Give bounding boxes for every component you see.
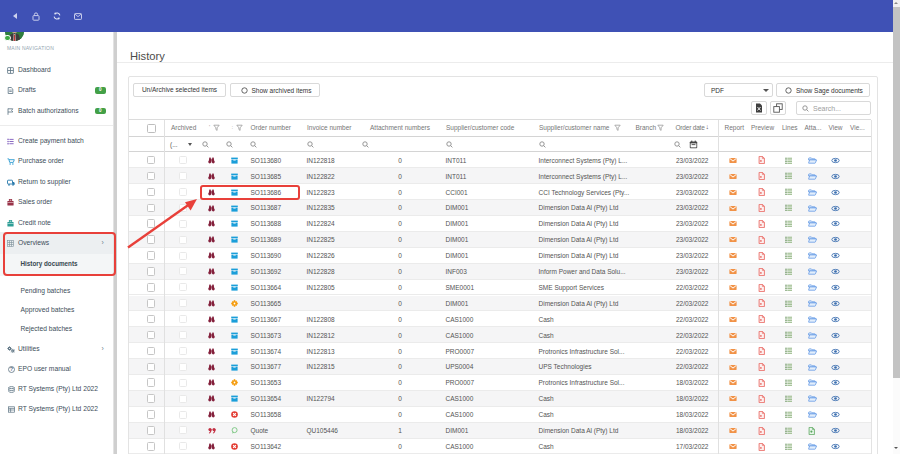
svg-text:?: ?: [10, 366, 14, 372]
